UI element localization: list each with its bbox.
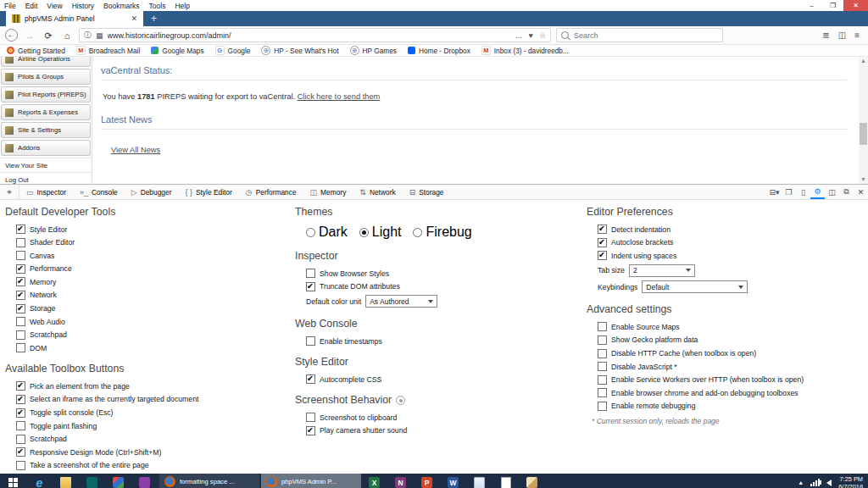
checkbox[interactable] (16, 421, 25, 430)
onenote-button[interactable]: N (387, 474, 414, 488)
paint-button[interactable] (519, 474, 545, 488)
bookmark-star-icon[interactable]: ☆ (539, 31, 546, 40)
setting-remote-debugging[interactable]: Enable remote debugging (598, 402, 865, 411)
sidebar-item-reports-expenses[interactable]: Reports & Expenses (1, 104, 91, 120)
menu-edit[interactable]: Edit (25, 2, 38, 10)
site-identity-icon[interactable]: ▦ (96, 31, 103, 40)
page-scrollbar[interactable]: ▲ ▼ (859, 57, 868, 184)
taskbar-window-formatting-space[interactable]: formatting space ... (159, 474, 259, 488)
sidebar-link-view-your-site[interactable]: View Your Site (0, 158, 92, 172)
checkbox[interactable] (598, 362, 607, 371)
setting-shutter-sound[interactable]: Play camera shutter sound (306, 426, 575, 435)
setting-storage[interactable]: Storage (16, 304, 289, 313)
setting-performance[interactable]: Performance (16, 264, 289, 274)
color-unit-select[interactable]: As Authored (365, 295, 437, 308)
checkbox[interactable] (16, 277, 25, 286)
checkbox[interactable] (598, 336, 607, 345)
search-bar[interactable] (556, 28, 723, 42)
sidebar-item-addons[interactable]: Addons (1, 140, 91, 156)
bookmark-inbox[interactable]: M Inbox (3) - davidreedb... (481, 46, 569, 55)
checkbox[interactable] (306, 374, 315, 384)
radio[interactable] (359, 228, 369, 237)
split-console-icon[interactable]: ◫ (825, 185, 839, 199)
checkbox[interactable] (16, 264, 25, 274)
setting-responsive-mode[interactable]: Responsive Design Mode (Ctrl+Shift+M) (16, 447, 289, 457)
setting-screenshot-clipboard[interactable]: Screenshot to clipboard (306, 413, 575, 422)
devtools-tab-style-editor[interactable]: { }Style Editor (178, 185, 238, 199)
checkbox[interactable] (598, 251, 607, 260)
devtools-tab-debugger[interactable]: ▷Debugger (125, 185, 179, 199)
checkbox[interactable] (598, 322, 607, 331)
address-bar[interactable]: ⓘ ▦ www.historicairlinegroup.com/admin/ … (79, 28, 551, 42)
checkbox[interactable] (598, 238, 607, 247)
checkbox[interactable] (16, 408, 25, 418)
scrollbar-thumb[interactable] (860, 123, 867, 145)
theme-light-radio[interactable]: Light (359, 225, 402, 240)
tab-phpvms-admin[interactable]: phpVMS Admin Panel ✕ (6, 11, 143, 26)
minimize-button[interactable]: – (801, 0, 822, 11)
setting-select-iframe[interactable]: Select an iframe as the currently target… (16, 395, 289, 404)
sidebar-item-pilots-groups[interactable]: Pilots & Groups (1, 69, 91, 85)
setting-indent-spaces[interactable]: Indent using spaces (598, 251, 865, 260)
checkbox[interactable] (16, 461, 25, 470)
send-pireps-link[interactable]: Click here to send them (298, 92, 381, 101)
checkbox[interactable] (16, 225, 25, 234)
checkbox[interactable] (16, 343, 25, 352)
page-info-icon[interactable]: ⓘ (84, 30, 92, 41)
setting-truncate-dom[interactable]: Truncate DOM attributes (306, 282, 575, 291)
word-button[interactable]: W (440, 474, 466, 488)
bookmark-hp-whats-hot[interactable]: HP - See What's Hot (261, 46, 338, 55)
reload-icon[interactable]: ⟳ (42, 30, 55, 42)
bookmark-broadreach-mail[interactable]: M Broadreach Mail (76, 46, 140, 55)
bookmark-hp-games[interactable]: HP Games (350, 46, 397, 55)
checkbox[interactable] (16, 304, 25, 313)
pocket-icon[interactable]: ♥ (529, 31, 533, 40)
new-tab-button[interactable]: + (143, 11, 164, 26)
setting-disable-javascript[interactable]: Disable JavaScript * (598, 362, 865, 371)
checkbox[interactable] (16, 435, 25, 444)
setting-autoclose-brackets[interactable]: Autoclose brackets (598, 238, 865, 247)
tray-expand-icon[interactable]: ▲ (798, 480, 804, 485)
excel-button[interactable]: X (361, 474, 387, 488)
menu-help[interactable]: Help (175, 2, 189, 10)
sidebar-item-site-settings[interactable]: Site & Settings (1, 122, 91, 138)
checkbox[interactable] (16, 238, 25, 247)
checkbox[interactable] (598, 349, 607, 358)
menu-view[interactable]: View (47, 2, 62, 10)
menu-tools[interactable]: Tools (149, 2, 166, 10)
setting-scratchpad[interactable]: Scratchpad (16, 330, 289, 340)
devtools-tab-storage[interactable]: ⊟Storage (403, 185, 451, 199)
setting-dom[interactable]: DOM (16, 343, 289, 352)
library-icon[interactable]: ≣ (822, 30, 829, 40)
keybindings-select[interactable]: Default (642, 280, 748, 293)
responsive-mode-icon[interactable]: ▯ (796, 185, 810, 199)
checkbox[interactable] (16, 317, 25, 326)
page-actions-icon[interactable]: … (515, 31, 523, 40)
devtools-tab-memory[interactable]: ◫Memory (303, 185, 353, 199)
checkbox[interactable] (16, 381, 25, 391)
view-all-news-link[interactable]: View All News (111, 146, 160, 154)
setting-service-workers-http[interactable]: Enable Service Workers over HTTP (when t… (598, 375, 865, 385)
checkbox[interactable] (598, 388, 607, 397)
taskbar-clock[interactable]: 7:25 PM 6/7/2018 (838, 475, 863, 488)
photos-button[interactable] (105, 474, 131, 488)
setting-pick-element[interactable]: Pick an element from the page (16, 381, 289, 391)
sidebar-link-log-out[interactable]: Log Out (0, 172, 92, 184)
sidebar-toggle-icon[interactable]: ◫ (838, 30, 846, 40)
checkbox[interactable] (306, 336, 315, 346)
pick-element-icon[interactable]: ⌖ (0, 185, 19, 199)
close-button[interactable]: ✕ (843, 0, 868, 11)
tab-close-icon[interactable]: ✕ (131, 14, 137, 23)
back-icon[interactable]: ← (5, 29, 18, 42)
menu-file[interactable]: File (4, 2, 16, 10)
checkbox[interactable] (16, 330, 25, 340)
forward-icon[interactable]: → (23, 30, 36, 42)
file-explorer-button[interactable] (53, 474, 79, 488)
checkbox[interactable] (306, 269, 315, 278)
setting-canvas[interactable]: Canvas (16, 251, 289, 260)
setting-enable-timestamps[interactable]: Enable timestamps (306, 336, 575, 346)
dock-options-icon[interactable]: ⊟▾ (767, 185, 782, 199)
checkbox[interactable] (16, 395, 25, 404)
setting-scratchpad-button[interactable]: Scratchpad (16, 435, 289, 444)
setting-detect-indentation[interactable]: Detect indentation (598, 225, 865, 234)
